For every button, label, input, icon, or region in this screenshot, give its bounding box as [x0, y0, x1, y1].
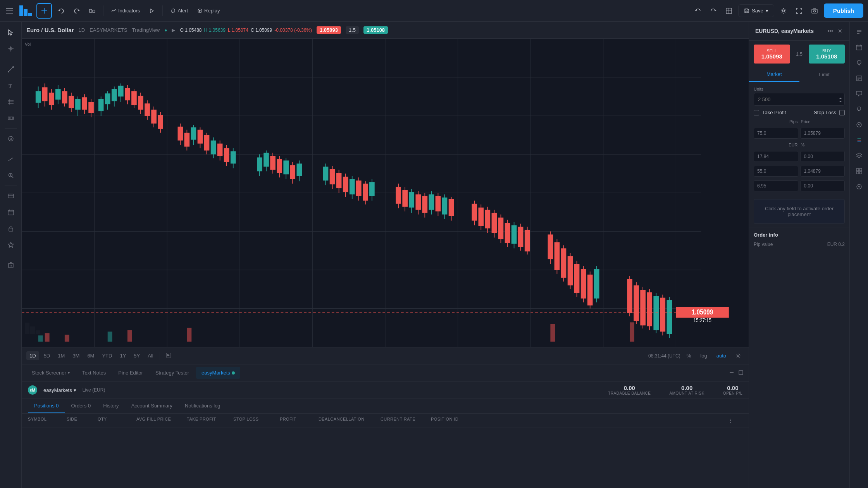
- sidebar-text-tool[interactable]: T: [3, 78, 19, 93]
- sidebar-sep3: [5, 149, 17, 149]
- tf-6m[interactable]: 6M: [84, 351, 97, 360]
- publish-button[interactable]: Publish: [824, 3, 863, 18]
- market-tab[interactable]: Market: [749, 67, 799, 82]
- sidebar-zoom-tool[interactable]: [3, 168, 19, 183]
- settings-chart-btn[interactable]: [732, 351, 744, 361]
- svg-rect-3: [19, 5, 23, 16]
- table-settings-btn[interactable]: ⋮: [727, 417, 734, 424]
- sidebar-watchlist-tool[interactable]: [3, 188, 19, 204]
- maximize-panel-btn[interactable]: [738, 369, 744, 377]
- compare-button[interactable]: [86, 5, 98, 16]
- indicators-button[interactable]: Indicators: [108, 5, 143, 16]
- log-btn[interactable]: log: [697, 351, 710, 360]
- data-tab-orders[interactable]: Orders 0: [65, 399, 97, 413]
- data-tab-account-summary[interactable]: Account Summary: [125, 399, 179, 413]
- buy-button[interactable]: BUY 1.05108: [809, 45, 845, 64]
- percent-btn[interactable]: %: [684, 351, 694, 360]
- sidebar-fib-tool[interactable]: [3, 94, 19, 110]
- undo-button[interactable]: [55, 5, 67, 16]
- sl-price-input[interactable]: [801, 166, 845, 177]
- sidebar-trendline-tool[interactable]: [3, 62, 19, 77]
- sidebar-calendar-tool[interactable]: [3, 204, 19, 220]
- right-panel-more[interactable]: •••: [827, 27, 834, 35]
- tf-1y[interactable]: 1Y: [117, 351, 129, 360]
- timeframe[interactable]: 1D: [79, 27, 85, 33]
- fr-alerts-icon[interactable]: [852, 102, 866, 116]
- hamburger-menu[interactable]: [5, 7, 15, 15]
- tf-5d[interactable]: 5D: [41, 351, 53, 360]
- sidebar-measure-tool[interactable]: [3, 110, 19, 126]
- separator2: [162, 5, 163, 16]
- units-label: Units: [754, 87, 845, 91]
- barreplay-button[interactable]: [146, 6, 158, 16]
- tp-pips-input[interactable]: [754, 128, 798, 139]
- undo-icon2[interactable]: [692, 5, 704, 16]
- tf-1m[interactable]: 1M: [55, 351, 68, 360]
- data-tab-history[interactable]: History: [97, 399, 125, 413]
- tab-text-notes[interactable]: Text Notes: [77, 367, 111, 379]
- sidebar-trash-tool[interactable]: [3, 258, 19, 273]
- sidebar-lock-tool[interactable]: [3, 221, 19, 236]
- fr-trading-icon[interactable]: [852, 118, 866, 132]
- fr-layers-icon[interactable]: [852, 149, 866, 163]
- fr-calendar-icon[interactable]: [852, 40, 866, 54]
- fr-help-icon[interactable]: ?: [852, 180, 866, 194]
- fr-grid-icon[interactable]: [852, 164, 866, 178]
- redo-icon2[interactable]: [707, 5, 720, 16]
- stop-loss-checkbox[interactable]: [839, 110, 845, 115]
- sl-eur-input[interactable]: [754, 180, 798, 191]
- data-tab-notifications[interactable]: Notifications log: [179, 399, 227, 413]
- tf-all[interactable]: All: [145, 351, 156, 360]
- add-chart-button[interactable]: [36, 3, 52, 19]
- sl-pct-input[interactable]: [801, 180, 845, 191]
- camera-button[interactable]: [808, 5, 821, 16]
- col-qty-header: Qty: [98, 417, 136, 424]
- chart-main[interactable]: 1.05099 15:27:15 Vol: [22, 39, 749, 347]
- units-stepper[interactable]: [838, 96, 843, 105]
- fr-news-icon[interactable]: [852, 71, 866, 85]
- sidebar-star-tool[interactable]: [3, 237, 19, 253]
- units-input[interactable]: [754, 93, 845, 106]
- tab-pine-editor[interactable]: Pine Editor: [113, 367, 148, 379]
- logo-button[interactable]: [18, 4, 33, 18]
- order-placement-hint[interactable]: Click any field to activate order placem…: [754, 199, 845, 224]
- fr-ideas-icon[interactable]: [852, 56, 866, 70]
- fr-indicator-icon[interactable]: [852, 133, 866, 147]
- sidebar-crosshair-tool[interactable]: [3, 41, 19, 57]
- tf-1d[interactable]: 1D: [26, 351, 39, 360]
- limit-tab[interactable]: Limit: [799, 67, 850, 82]
- tab-strategy-tester[interactable]: Strategy Tester: [150, 367, 195, 379]
- bar-replay-tf[interactable]: [163, 351, 174, 360]
- sl-pips-input[interactable]: [754, 166, 798, 177]
- account-name-container[interactable]: easyMarkets ▾: [43, 387, 76, 393]
- tab-easymarkets[interactable]: easyMarkets: [196, 367, 240, 379]
- tab-stock-screener[interactable]: Stock Screener ▾: [26, 367, 75, 379]
- data-tab-positions[interactable]: Positions 0: [28, 399, 65, 413]
- tf-3m[interactable]: 3M: [69, 351, 83, 360]
- auto-btn[interactable]: auto: [713, 351, 729, 360]
- fullscreen-button[interactable]: [793, 5, 805, 16]
- minimize-panel-btn[interactable]: [728, 369, 735, 377]
- layout-button[interactable]: [723, 5, 735, 16]
- redo-button[interactable]: [71, 5, 83, 16]
- tp-price-input[interactable]: [801, 128, 845, 139]
- fr-chat-icon[interactable]: [852, 87, 866, 101]
- bottom-panel-actions: [728, 369, 744, 377]
- tf-5y[interactable]: 5Y: [131, 351, 143, 360]
- sell-button[interactable]: SELL 1.05093: [754, 45, 790, 64]
- alert-button[interactable]: Alert: [167, 5, 191, 16]
- right-panel-close[interactable]: ✕: [837, 27, 843, 35]
- sidebar-cursor-tool[interactable]: [3, 25, 19, 40]
- take-profit-checkbox[interactable]: [754, 110, 759, 115]
- settings-button[interactable]: [777, 5, 790, 16]
- left-sidebar: T: [0, 22, 22, 488]
- fr-watchlist-icon[interactable]: [852, 25, 866, 39]
- save-button[interactable]: Save ▾: [738, 4, 774, 17]
- replay-button[interactable]: Replay: [194, 5, 223, 16]
- tp-pct-input[interactable]: [801, 151, 845, 162]
- tf-ytd[interactable]: YTD: [99, 351, 115, 360]
- tp-eur-input[interactable]: [754, 151, 798, 162]
- sidebar-emoji-tool[interactable]: [3, 131, 19, 146]
- sidebar-ruler-tool[interactable]: [3, 151, 19, 167]
- account-name-text: easyMarkets: [43, 387, 72, 393]
